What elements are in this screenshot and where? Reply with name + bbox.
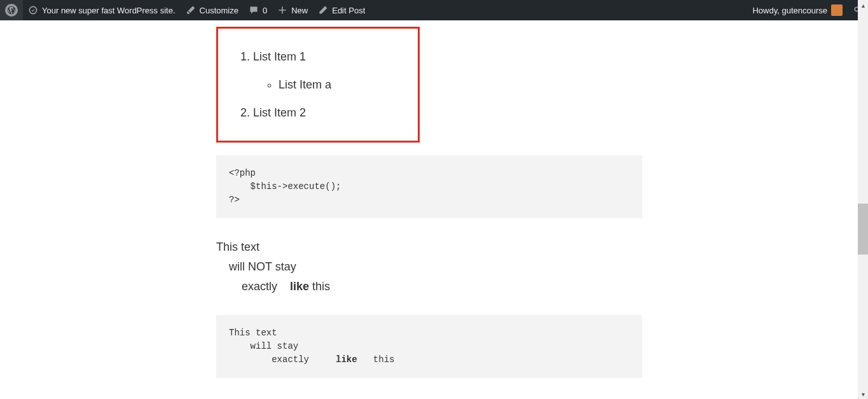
new-label: New [291,6,308,15]
customize-label: Customize [200,6,238,15]
site-name-label: Your new super fast WordPress site. [42,6,176,15]
customize-menu[interactable]: Customize [181,0,244,20]
scrollbar-down-arrow[interactable]: ▾ [858,389,868,399]
site-name-menu[interactable]: Your new super fast WordPress site. [23,0,181,20]
code-block: <?php $this->execute(); ?> [216,155,642,218]
edit-post-label: Edit Post [332,6,365,15]
user-avatar [831,4,843,16]
comment-icon [249,5,259,15]
admin-bar-left: Your new super fast WordPress site. Cust… [0,0,370,20]
wp-logo-menu[interactable] [0,0,23,20]
list-item: List Item 2 [253,104,399,122]
brush-icon [186,5,196,15]
post-content: List Item 1 List Item a List Item 2 <?ph… [216,20,642,399]
scrollbar-thumb[interactable] [858,204,868,255]
ordered-list: List Item 1 List Item a List Item 2 [237,48,399,122]
list-item-text: List Item 2 [253,106,306,119]
preformatted-block: This text will stay exactly like this [216,315,642,378]
scrollbar-up-arrow[interactable]: ▴ [858,0,868,10]
admin-bar-right: Howdy, gutencourse [747,0,868,20]
user-menu[interactable]: Howdy, gutencourse [747,0,848,20]
greeting-label: Howdy, gutencourse [752,6,827,15]
list-item-text: List Item 1 [253,50,306,63]
list-item-text: List Item a [279,78,331,91]
list-item: List Item 1 List Item a [253,48,399,94]
text-line: exactly like this [216,277,642,297]
highlighted-list-box: List Item 1 List Item a List Item 2 [216,27,420,143]
comments-count: 0 [263,6,267,15]
new-menu[interactable]: New [272,0,313,20]
wordpress-logo-icon [5,4,18,17]
text-line: will NOT stay [216,257,642,277]
nested-list: List Item a [253,76,399,94]
edit-post-menu[interactable]: Edit Post [313,0,370,20]
pencil-icon [318,5,328,15]
comments-menu[interactable]: 0 [244,0,272,20]
scrollbar-track[interactable] [858,0,868,399]
list-item: List Item a [279,76,399,94]
plus-icon [277,5,287,15]
text-line: This text [216,237,642,257]
text-block: This text will NOT stay exactly like thi… [216,237,642,296]
wp-admin-bar: Your new super fast WordPress site. Cust… [0,0,868,20]
dashboard-icon [28,5,38,15]
